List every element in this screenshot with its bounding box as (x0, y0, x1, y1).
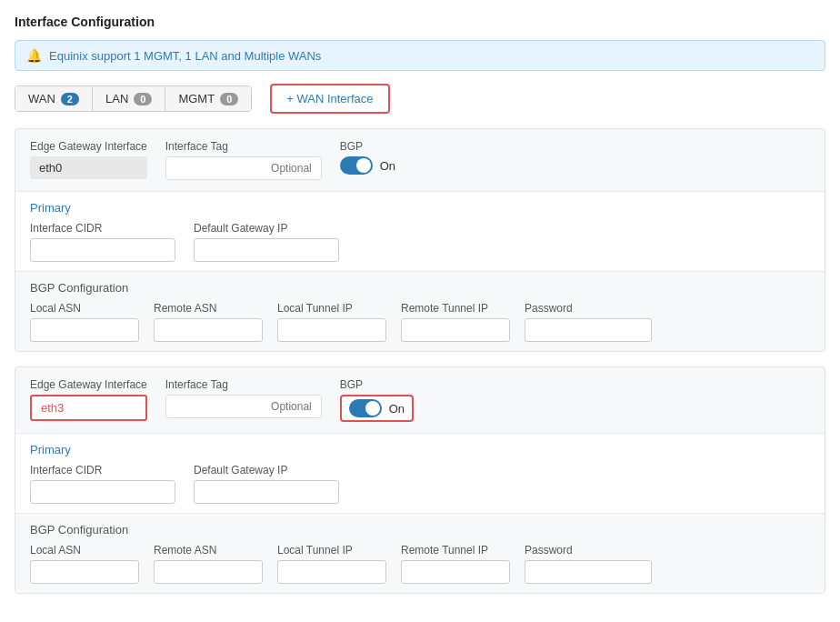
iface1-tag-group: Interface Tag (165, 140, 322, 180)
iface2-primary-fields: Interface CIDR Default Gateway IP (30, 464, 810, 504)
iface1-bgp-config-fields: Local ASN Remote ASN Local Tunnel IP Rem… (30, 302, 810, 342)
iface1-gateway-input[interactable] (194, 238, 339, 262)
tab-lan-badge: 0 (134, 93, 152, 105)
iface2-edge-gateway-group: Edge Gateway Interface eth3 (30, 378, 147, 421)
iface1-remote-tunnel-group: Remote Tunnel IP (401, 302, 510, 342)
iface1-remote-tunnel-label: Remote Tunnel IP (401, 302, 510, 315)
tab-wan-label: WAN (28, 92, 55, 105)
iface2-gateway-input[interactable] (194, 480, 339, 504)
iface2-local-tunnel-group: Local Tunnel IP (277, 544, 386, 584)
iface2-primary-label: Primary (30, 443, 810, 456)
iface2-bgp-toggle-row: On (340, 395, 414, 422)
iface1-password-input[interactable] (525, 318, 652, 342)
iface1-remote-tunnel-input[interactable] (401, 318, 510, 342)
iface2-edge-gateway-value: eth3 (30, 395, 147, 421)
iface2-remote-tunnel-input[interactable] (401, 560, 510, 584)
iface1-remote-asn-input[interactable] (154, 318, 263, 342)
iface2-bgp-toggle[interactable] (349, 399, 382, 417)
tab-lan[interactable]: LAN 0 (93, 86, 165, 111)
iface1-primary-row: Primary Interface CIDR Default Gateway I… (15, 192, 825, 272)
iface1-local-tunnel-group: Local Tunnel IP (277, 302, 386, 342)
iface1-bgp-label: BGP (340, 140, 395, 153)
iface1-primary-label: Primary (30, 201, 810, 215)
iface2-local-tunnel-input[interactable] (277, 560, 386, 584)
info-icon: 🔔 (26, 48, 42, 63)
iface1-gateway-label: Default Gateway IP (194, 222, 339, 235)
add-wan-button[interactable]: + WAN Interface (270, 84, 389, 114)
iface1-primary-fields: Interface CIDR Default Gateway IP (30, 222, 810, 262)
iface2-local-asn-label: Local ASN (30, 544, 139, 557)
iface2-tag-label: Interface Tag (165, 378, 322, 391)
iface2-password-input[interactable] (525, 560, 652, 584)
iface2-local-asn-group: Local ASN (30, 544, 139, 584)
iface1-edge-gateway-value: eth0 (30, 156, 147, 179)
iface1-tag-input[interactable] (165, 156, 322, 180)
iface2-cidr-input[interactable] (30, 480, 175, 504)
iface1-tag-label: Interface Tag (165, 140, 322, 153)
iface2-remote-asn-label: Remote ASN (154, 544, 263, 557)
iface2-local-tunnel-label: Local Tunnel IP (277, 544, 386, 557)
iface1-bgp-config-row: BGP Configuration Local ASN Remote ASN L… (15, 272, 825, 351)
iface1-bgp-toggle-row: On (340, 156, 395, 175)
iface2-password-label: Password (525, 544, 652, 557)
iface2-header-row: Edge Gateway Interface eth3 Interface Ta… (15, 367, 825, 434)
iface2-remote-tunnel-label: Remote Tunnel IP (401, 544, 510, 557)
interface-block-1: Edge Gateway Interface eth0 Interface Ta… (15, 128, 825, 352)
iface1-password-group: Password (525, 302, 652, 342)
iface1-cidr-input[interactable] (30, 238, 175, 262)
iface2-bgp-group: BGP On (340, 378, 414, 422)
iface2-edge-gateway-label: Edge Gateway Interface (30, 378, 147, 391)
interface-block-2: Edge Gateway Interface eth3 Interface Ta… (15, 366, 825, 594)
iface2-tag-group: Interface Tag (165, 378, 322, 418)
tab-lan-label: LAN (105, 92, 128, 105)
iface2-gateway-label: Default Gateway IP (194, 464, 339, 477)
iface2-primary-row: Primary Interface CIDR Default Gateway I… (15, 434, 825, 514)
tab-group: WAN 2 LAN 0 MGMT 0 (15, 85, 252, 112)
iface1-local-asn-group: Local ASN (30, 302, 139, 342)
iface1-bgp-group: BGP On (340, 140, 395, 175)
iface2-tag-input[interactable] (165, 395, 322, 418)
iface2-gateway-group: Default Gateway IP (194, 464, 339, 504)
tab-row: WAN 2 LAN 0 MGMT 0 + WAN Interface (15, 84, 825, 114)
iface2-cidr-label: Interface CIDR (30, 464, 175, 477)
iface2-bgp-label: BGP (340, 378, 414, 391)
iface1-bgp-toggle[interactable] (340, 156, 373, 175)
iface2-remote-tunnel-group: Remote Tunnel IP (401, 544, 510, 584)
iface1-local-asn-label: Local ASN (30, 302, 139, 315)
iface1-gateway-group: Default Gateway IP (194, 222, 339, 262)
iface1-local-tunnel-input[interactable] (277, 318, 386, 342)
iface2-remote-asn-input[interactable] (154, 560, 263, 584)
iface1-edge-gateway-group: Edge Gateway Interface eth0 (30, 140, 147, 179)
iface1-remote-asn-group: Remote ASN (154, 302, 263, 342)
iface2-bgp-text: On (389, 402, 405, 416)
iface1-header-row: Edge Gateway Interface eth0 Interface Ta… (15, 129, 825, 192)
iface1-password-label: Password (525, 302, 652, 315)
tab-mgmt-label: MGMT (178, 92, 215, 105)
iface2-bgp-config-label: BGP Configuration (30, 523, 810, 537)
iface1-cidr-label: Interface CIDR (30, 222, 175, 235)
iface1-cidr-group: Interface CIDR (30, 222, 175, 262)
iface1-remote-asn-label: Remote ASN (154, 302, 263, 315)
iface2-cidr-group: Interface CIDR (30, 464, 175, 504)
banner-text: Equinix support 1 MGMT, 1 LAN and Multip… (49, 49, 321, 63)
tab-mgmt[interactable]: MGMT 0 (165, 86, 251, 111)
iface1-local-tunnel-label: Local Tunnel IP (277, 302, 386, 315)
iface2-bgp-config-row: BGP Configuration Local ASN Remote ASN L… (15, 514, 825, 593)
tab-wan[interactable]: WAN 2 (15, 86, 93, 111)
iface1-local-asn-input[interactable] (30, 318, 139, 342)
iface2-password-group: Password (525, 544, 652, 584)
page-title: Interface Configuration (15, 15, 825, 29)
iface2-bgp-config-fields: Local ASN Remote ASN Local Tunnel IP Rem… (30, 544, 810, 584)
iface2-remote-asn-group: Remote ASN (154, 544, 263, 584)
iface1-edge-gateway-label: Edge Gateway Interface (30, 140, 147, 153)
iface1-bgp-text: On (380, 159, 395, 173)
info-banner: 🔔 Equinix support 1 MGMT, 1 LAN and Mult… (15, 40, 825, 71)
tab-mgmt-badge: 0 (220, 93, 238, 105)
iface1-bgp-config-label: BGP Configuration (30, 281, 810, 295)
tab-wan-badge: 2 (61, 93, 79, 105)
iface2-local-asn-input[interactable] (30, 560, 139, 584)
